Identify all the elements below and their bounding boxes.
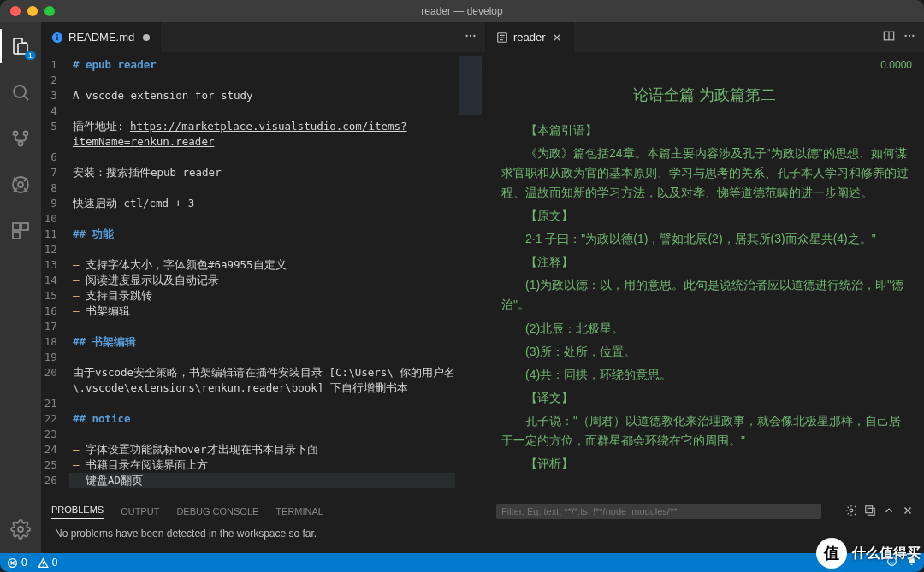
tab-readme[interactable]: README.md bbox=[41, 22, 161, 52]
tab-label: reader bbox=[513, 31, 546, 44]
editor-area: README.md 123456789101112131415161718192… bbox=[41, 22, 924, 553]
svg-rect-6 bbox=[13, 223, 20, 230]
svg-point-18 bbox=[904, 35, 906, 37]
svg-point-0 bbox=[14, 86, 26, 97]
svg-rect-11 bbox=[56, 36, 57, 39]
reader-paragraph: 孔子说："（周君）以道德教化来治理政事，就会像北极星那样，自己居于一定的方位，而… bbox=[501, 411, 909, 451]
dirty-dot-icon bbox=[143, 34, 150, 41]
code-content[interactable]: # epub readerA vscode extension for stud… bbox=[69, 52, 455, 498]
panel-tab-terminal[interactable]: TERMINAL bbox=[275, 506, 323, 516]
reader-paragraph: 【译文】 bbox=[501, 388, 909, 408]
reader-view[interactable]: 0.0000 论语全篇 为政篇第二 【本篇引语】《为政》篇包括24章。本篇主要内… bbox=[486, 52, 924, 498]
panel-tab-problems[interactable]: PROBLEMS bbox=[51, 504, 104, 519]
more-icon[interactable] bbox=[903, 30, 915, 44]
window-controls bbox=[0, 6, 55, 16]
more-icon[interactable] bbox=[465, 30, 477, 44]
chevron-up-icon[interactable] bbox=[883, 504, 895, 518]
reader-paragraph: (3)所：处所，位置。 bbox=[501, 342, 909, 362]
extensions-icon[interactable] bbox=[0, 214, 41, 248]
bottom-panel: PROBLEMS OUTPUT DEBUG CONSOLE TERMINAL N… bbox=[41, 498, 924, 553]
panel-tab-output[interactable]: OUTPUT bbox=[121, 506, 159, 516]
svg-point-3 bbox=[19, 142, 23, 146]
reader-paragraph: 【评析】 bbox=[501, 454, 909, 474]
split-editor-icon[interactable] bbox=[883, 30, 895, 44]
reader-paragraph: (4)共：同拱，环绕的意思。 bbox=[501, 365, 909, 385]
reading-progress: 0.0000 bbox=[880, 57, 912, 74]
preview-icon bbox=[496, 32, 508, 44]
tab-reader[interactable]: reader bbox=[486, 22, 574, 52]
svg-rect-7 bbox=[21, 223, 28, 230]
svg-point-20 bbox=[912, 35, 914, 37]
info-icon bbox=[51, 32, 63, 44]
tabs-left: README.md bbox=[41, 22, 485, 52]
chapter-title: 论语全篇 为政篇第二 bbox=[501, 83, 909, 109]
svg-point-9 bbox=[18, 527, 23, 532]
source-control-icon[interactable] bbox=[0, 121, 41, 156]
status-bar: 0 0 bbox=[0, 553, 924, 572]
line-numbers: 1234567891011121314151617181920212223242… bbox=[41, 52, 69, 498]
minimize-window[interactable] bbox=[27, 6, 38, 16]
reader-paragraph: 【本篇引语】 bbox=[501, 121, 909, 140]
tab-label: README.md bbox=[68, 31, 134, 44]
svg-point-12 bbox=[56, 34, 58, 36]
search-icon[interactable] bbox=[0, 75, 41, 109]
problems-message: No problems have been detected in the wo… bbox=[41, 524, 924, 553]
watermark: 值 什么值得买 bbox=[816, 538, 921, 569]
svg-point-21 bbox=[850, 509, 853, 512]
reader-body: 【本篇引语】《为政》篇包括24章。本篇主要内容涉及孔子"为政以德"的思想、如何谋… bbox=[501, 121, 909, 475]
close-window[interactable] bbox=[10, 6, 21, 16]
reader-paragraph: 2·1 子曰："为政以德(1)，譬如北辰(2)，居其所(3)而众星共(4)之。" bbox=[501, 229, 909, 249]
close-icon[interactable] bbox=[551, 32, 563, 44]
zoom-window[interactable] bbox=[44, 6, 55, 16]
editor-group-left: README.md 123456789101112131415161718192… bbox=[41, 22, 486, 498]
svg-point-5 bbox=[18, 182, 23, 187]
status-errors[interactable]: 0 bbox=[7, 557, 27, 569]
reader-paragraph: 【注释】 bbox=[501, 252, 909, 272]
svg-point-14 bbox=[470, 35, 471, 37]
reader-paragraph: 【原文】 bbox=[501, 206, 909, 226]
editor-group-right: reader 0.0000 论语全篇 为政篇第二 【本篇引语】《为政》篇包括24… bbox=[486, 22, 924, 498]
brand-icon: 值 bbox=[816, 538, 847, 569]
vscode-window: reader — develop 1 README. bbox=[0, 0, 924, 572]
explorer-icon[interactable]: 1 bbox=[0, 29, 41, 63]
explorer-badge: 1 bbox=[25, 51, 36, 60]
debug-icon[interactable] bbox=[0, 168, 41, 202]
reader-paragraph: (1)为政以德：以，用的意思。此句是说统治者应以道德进行统治，即"德治"。 bbox=[501, 275, 909, 315]
reader-paragraph: (2)北辰：北极星。 bbox=[501, 319, 909, 339]
tabs-right: reader bbox=[486, 22, 924, 52]
editor-groups: README.md 123456789101112131415161718192… bbox=[41, 22, 924, 498]
tab-actions-right bbox=[874, 22, 924, 52]
svg-rect-22 bbox=[866, 506, 873, 513]
minimap[interactable] bbox=[455, 52, 485, 498]
settings-gear-icon[interactable] bbox=[0, 512, 41, 546]
filter-settings-icon[interactable] bbox=[845, 504, 857, 518]
status-warnings[interactable]: 0 bbox=[38, 557, 58, 569]
panel-tabs: PROBLEMS OUTPUT DEBUG CONSOLE TERMINAL bbox=[41, 498, 924, 524]
brand-text: 什么值得买 bbox=[852, 545, 921, 563]
problems-filter-input[interactable] bbox=[496, 504, 821, 519]
activity-bar: 1 bbox=[0, 22, 41, 553]
svg-rect-8 bbox=[13, 232, 20, 239]
close-panel-icon[interactable] bbox=[902, 504, 914, 518]
svg-rect-23 bbox=[868, 508, 874, 515]
svg-point-15 bbox=[473, 35, 475, 37]
svg-point-1 bbox=[14, 132, 18, 136]
svg-point-19 bbox=[909, 35, 910, 37]
reader-paragraph: 《为政》篇包括24章。本篇主要内容涉及孔子"为政以德"的思想、如何谋求官职和从政… bbox=[501, 144, 909, 203]
window-title: reader — develop bbox=[0, 5, 924, 17]
collapse-all-icon[interactable] bbox=[864, 504, 876, 518]
svg-point-2 bbox=[24, 132, 28, 136]
titlebar: reader — develop bbox=[0, 0, 924, 22]
markdown-editor[interactable]: 1234567891011121314151617181920212223242… bbox=[41, 52, 485, 498]
workbench: 1 README.md bbox=[0, 22, 924, 553]
panel-tab-debug-console[interactable]: DEBUG CONSOLE bbox=[176, 506, 258, 516]
tab-actions-left bbox=[456, 22, 485, 52]
svg-point-13 bbox=[465, 35, 467, 37]
